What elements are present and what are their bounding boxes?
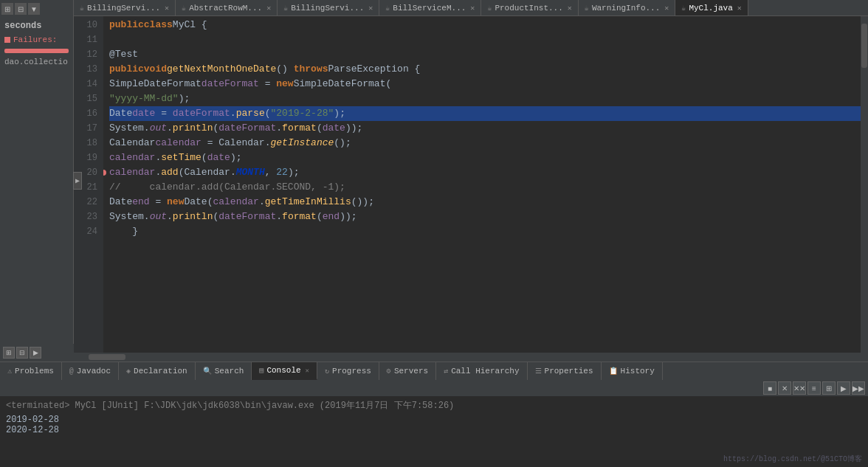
left-btn-3[interactable]: ▶ [30,347,41,359]
console-tab-close-icon[interactable]: ✕ [306,367,309,375]
console-output-line-1: 2019-02-28 [6,415,862,425]
bottom-tab-label: Call Hierarchy [451,367,519,376]
java-file-icon: ☕ [385,4,390,13]
bottom-tab-label: Properties [545,367,593,376]
java-file-icon: ☕ [80,4,84,13]
dao-label: dao.collectio [0,56,73,68]
tab-close-icon[interactable]: ✕ [266,4,271,13]
line-number: 15 [74,91,97,106]
bottom-tab-label: Servers [394,367,428,376]
code-line-10: public class MyCl { [109,18,868,32]
code-line-12: @Test [109,47,868,62]
collapse-left-panel-button[interactable]: ▶ [73,172,82,190]
bottom-tab-properties[interactable]: ☰ Properties [528,362,602,380]
code-line-14: SimpleDateFormat dateFormat = new Simple… [109,77,868,91]
left-bottom-toolbar: ⊞ ⊟ ▶ [0,344,74,362]
bottom-tab-label: Console [266,366,300,375]
code-line-19: calendar.setTime(date); [109,151,868,165]
javadoc-icon: @ [69,367,74,376]
bottom-panel: ⚠ Problems @ Javadoc ◈ Declaration 🔍 Sea… [0,362,868,467]
line-number: 10 [74,18,97,32]
tab-mycl-java[interactable]: ☕ MyCl.java ✕ [675,0,748,15]
progress-bar [4,49,69,53]
code-line-13: public void getNextMonthOneDate() throws… [109,62,868,77]
bottom-tab-history[interactable]: 📋 History [602,362,663,380]
tab-label: MyCl.java [689,4,732,13]
tab-close-icon[interactable]: ✕ [165,4,169,13]
code-text[interactable]: public class MyCl { @Test public void ge… [103,16,868,362]
bottom-tab-label: Declaration [134,367,187,376]
toolbar-btn-dropdown[interactable]: ▼ [28,3,40,15]
console-btn-next[interactable]: ▶▶ [852,381,865,395]
properties-icon: ☰ [535,367,542,376]
tab-close-icon[interactable]: ✕ [664,4,669,13]
java-file-icon: ☕ [681,4,686,13]
tab-close-icon[interactable]: ✕ [470,4,475,13]
toolbar-btn-split[interactable]: ⊟ [15,3,27,15]
console-btn-wrap[interactable]: ⊞ [822,381,836,395]
bottom-tab-label: Javadoc [77,367,111,376]
tab-close-icon[interactable]: ✕ [737,4,742,13]
bottom-tab-callhierarchy[interactable]: ⇄ Call Hierarchy [436,362,527,380]
tab-label: BillingServi... [87,4,160,13]
console-btn-removeall[interactable]: ✕✕ [793,381,806,395]
callhierarchy-icon: ⇄ [444,367,448,376]
tab-billingservi-2[interactable]: ☕ BillingServi... ✕ [278,0,379,15]
h-scrollbar[interactable] [74,353,861,362]
bottom-tab-servers[interactable]: ⚙ Servers [379,362,436,380]
code-editor: 10 11 12 13 14 15 16 17 18 19 20 21 22 2… [74,16,868,362]
tab-abstractrowm[interactable]: ☕ AbstractRowM... ✕ [176,0,278,15]
code-line-20: calendar.add(Calendar.MONTH, 22); [109,165,868,180]
line-number: 13 [74,62,97,77]
console-output-line-2: 2020-12-28 [6,425,862,435]
failures-label: Failures: [0,34,73,46]
console-btn-remove[interactable]: ✕ [778,381,791,395]
code-line-21: // calendar.add(Calendar.SECOND, -1); [109,180,868,195]
progress-icon: ↻ [325,367,329,376]
bottom-tab-label: Search [215,367,244,376]
servers-icon: ⚙ [387,367,391,376]
java-file-icon: ☕ [283,4,288,13]
java-file-icon: ☕ [487,4,492,13]
watermark-text: https://blog.csdn.net/@51CTO博客 [723,454,862,464]
tab-productinst[interactable]: ☕ ProductInst... ✕ [481,0,578,15]
bottom-tab-progress[interactable]: ↻ Progress [317,362,379,380]
tab-close-icon[interactable]: ✕ [568,4,572,13]
code-line-23: System.out.println(dateFormat.format(end… [109,210,868,224]
console-btn-stop[interactable]: ■ [763,381,776,395]
h-scrollbar-thumb [89,354,125,360]
bottom-tab-search[interactable]: 🔍 Search [196,362,252,380]
tab-billingservi-1[interactable]: ☕ BillingServi... ✕ [74,0,176,15]
bottom-tab-javadoc[interactable]: @ Javadoc [62,362,119,380]
history-icon: 📋 [609,367,618,376]
left-toolbar: ⊞ ⊟ ▼ [0,0,73,18]
tab-billservicem[interactable]: ☕ BillServiceM... ✕ [379,0,481,15]
bottom-tab-label: History [621,367,655,376]
console-btn-pin[interactable]: ▶ [837,381,850,395]
code-line-15: "yyyy-MM-dd"); [109,91,868,106]
line-number: 22 [74,195,97,210]
editor-tabs: ☕ BillingServi... ✕ ☕ AbstractRowM... ✕ … [74,0,868,16]
tab-label: ProductInst... [495,4,562,13]
bottom-tab-declaration[interactable]: ◈ Declaration [119,362,196,380]
left-btn-1[interactable]: ⊞ [3,347,15,359]
code-line-18: Calendar calendar = Calendar.getInstance… [109,136,868,151]
v-scrollbar[interactable] [861,16,868,362]
tab-warninginfo[interactable]: ☕ WarningInfo... ✕ [579,0,675,15]
bottom-tab-console[interactable]: ▤ Console ✕ [252,362,317,380]
line-number: 17 [74,121,97,136]
tab-label: AbstractRowM... [189,4,262,13]
tab-close-icon[interactable]: ✕ [368,4,373,13]
v-scrollbar-thumb [861,24,867,68]
bottom-tab-bar: ⚠ Problems @ Javadoc ◈ Declaration 🔍 Sea… [0,362,868,380]
console-btn-scroll[interactable]: ≡ [807,381,821,395]
line-number: 14 [74,77,97,91]
bottom-tab-problems[interactable]: ⚠ Problems [0,362,62,380]
console-toolbar: ■ ✕ ✕✕ ≡ ⊞ ▶ ▶▶ [760,380,868,396]
line-number: 18 [74,136,97,151]
line-number: 23 [74,210,97,224]
left-btn-2[interactable]: ⊟ [16,347,28,359]
toolbar-btn-grid[interactable]: ⊞ [1,3,13,15]
java-file-icon: ☕ [585,4,589,13]
tab-label: BillServiceM... [393,4,466,13]
